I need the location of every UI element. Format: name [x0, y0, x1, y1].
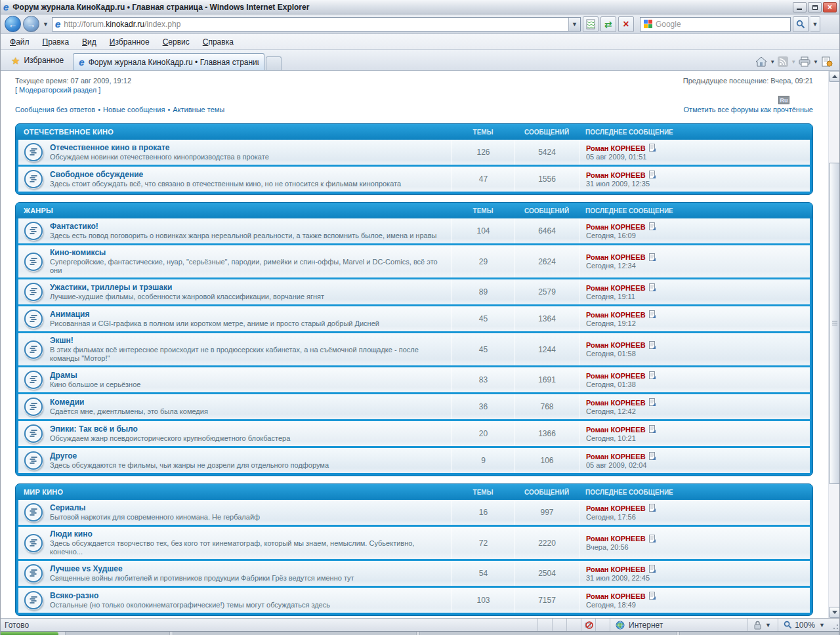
goto-last-post-icon[interactable]: [649, 504, 656, 512]
forum-title-link[interactable]: Фантастико!: [50, 222, 98, 232]
vertical-scrollbar[interactable]: [828, 71, 839, 618]
taskbar-item[interactable]: [173, 632, 417, 635]
forum-row[interactable]: Лучшее vs Худшее Священные войны любител…: [18, 561, 810, 588]
forum-row[interactable]: Свободное обсуждение Здесь стоит обсужда…: [18, 167, 810, 192]
url-text[interactable]: http://forum.kinokadr.ru/index.php: [64, 20, 568, 29]
last-post-author-link[interactable]: Роман КОРНЕЕВ: [586, 371, 646, 380]
forum-row[interactable]: Экшн! В этих фильмах всё интересное прои…: [18, 333, 810, 367]
goto-last-post-icon[interactable]: [649, 222, 656, 231]
zoom-cell[interactable]: 100% ▼: [778, 619, 831, 631]
forum-title-link[interactable]: Комедии: [50, 398, 84, 407]
scroll-up-button[interactable]: [829, 71, 839, 82]
scrollbar-thumb[interactable]: [829, 163, 839, 484]
goto-last-post-icon[interactable]: [649, 171, 656, 179]
address-bar[interactable]: e http://forum.kinokadr.ru/index.php ▼: [52, 17, 581, 31]
search-options-dropdown-icon[interactable]: ▼: [810, 16, 820, 32]
home-dropdown-icon[interactable]: ▼: [768, 59, 776, 65]
protected-mode-cell[interactable]: ▼: [747, 619, 778, 631]
taskbar-item[interactable]: [65, 632, 170, 635]
forum-title-link[interactable]: Эпики: Так всё и было: [50, 424, 138, 434]
search-input[interactable]: [656, 20, 787, 29]
forum-row[interactable]: Кино-комиксы Супергеройские, фантастичес…: [18, 245, 810, 279]
forum-row[interactable]: Отечественное кино в прокате Обсуждаем н…: [18, 140, 810, 167]
history-dropdown-icon[interactable]: ▼: [41, 21, 50, 28]
forum-row[interactable]: Комедии Сдаётся мне, джентльмены, это бы…: [18, 394, 810, 421]
menu-file[interactable]: Файл: [3, 35, 36, 49]
forum-title-link[interactable]: Драмы: [50, 371, 77, 380]
forum-title-link[interactable]: Ужастики, триллеры и трэшаки: [50, 283, 172, 293]
goto-last-post-icon[interactable]: [649, 535, 656, 543]
last-post-author-link[interactable]: Роман КОРНЕЕВ: [586, 144, 646, 153]
popup-blocker-cell[interactable]: [581, 619, 595, 631]
mark-forums-read-link[interactable]: Отметить все форумы как прочтённые: [684, 105, 813, 114]
page-tools-icon[interactable]: [821, 56, 833, 67]
forum-row[interactable]: Эпики: Так всё и было Обсуждаем жанр псе…: [18, 421, 810, 448]
goto-last-post-icon[interactable]: [649, 425, 656, 434]
last-post-author-link[interactable]: Роман КОРНЕЕВ: [586, 452, 646, 461]
forum-title-link[interactable]: Кино-комиксы: [50, 248, 106, 258]
forum-title-link[interactable]: Лучшее vs Худшее: [50, 564, 123, 574]
address-dropdown-icon[interactable]: ▼: [568, 18, 580, 31]
menu-tools[interactable]: Сервис: [156, 35, 196, 49]
start-button[interactable]: [1, 632, 58, 635]
restore-button[interactable]: [808, 2, 822, 12]
new-posts-link[interactable]: Новые сообщения: [103, 106, 165, 113]
forum-title-link[interactable]: Анимация: [50, 310, 89, 319]
section-title[interactable]: ЖАНРЫ: [18, 207, 452, 215]
goto-last-post-icon[interactable]: [649, 253, 656, 262]
unanswered-posts-link[interactable]: Сообщения без ответов: [15, 106, 95, 113]
forum-title-link[interactable]: Отечественное кино в прокате: [50, 143, 170, 153]
taskbar-item[interactable]: [679, 632, 839, 635]
forum-row[interactable]: Всяко-разно Остальные (но только околоки…: [18, 588, 810, 613]
goto-last-post-icon[interactable]: [649, 283, 656, 292]
last-post-author-link[interactable]: Роман КОРНЕЕВ: [586, 504, 646, 513]
scroll-down-button[interactable]: [829, 607, 839, 618]
menu-edit[interactable]: Правка: [36, 35, 76, 49]
compatibility-view-button[interactable]: [583, 16, 598, 32]
forum-title-link[interactable]: Люди кино: [50, 529, 93, 539]
forum-row[interactable]: Сериалы Бытовой наркотик для современног…: [18, 500, 810, 527]
print-icon[interactable]: [799, 56, 810, 67]
active-topics-link[interactable]: Активные темы: [173, 106, 224, 113]
last-post-author-link[interactable]: Роман КОРНЕЕВ: [586, 534, 646, 543]
search-button[interactable]: [793, 16, 808, 32]
tab-active[interactable]: e Форум журнала КиноКадр.ru • Главная ст…: [73, 53, 264, 70]
forum-row[interactable]: Драмы Кино большое и серьёзное 83 1691 Р…: [18, 367, 810, 394]
forum-title-link[interactable]: Другое: [50, 451, 77, 461]
resize-grip-icon[interactable]: [831, 619, 839, 631]
refresh-button[interactable]: ⇄: [600, 16, 616, 32]
stop-button[interactable]: ×: [618, 16, 634, 32]
last-post-author-link[interactable]: Роман КОРНЕЕВ: [586, 222, 646, 232]
last-post-author-link[interactable]: Роман КОРНЕЕВ: [586, 283, 646, 293]
last-post-author-link[interactable]: Роман КОРНЕЕВ: [586, 425, 646, 434]
goto-last-post-icon[interactable]: [649, 398, 656, 407]
goto-last-post-icon[interactable]: [649, 144, 656, 152]
goto-last-post-icon[interactable]: [649, 452, 656, 461]
taskbar-item[interactable]: [419, 632, 677, 635]
forum-row[interactable]: Другое Здесь обсуждаются те фильмы, чьи …: [18, 448, 810, 473]
close-button[interactable]: ×: [823, 2, 837, 12]
goto-last-post-icon[interactable]: [649, 371, 656, 380]
menu-help[interactable]: Справка: [196, 35, 240, 49]
forum-title-link[interactable]: Экшн!: [50, 336, 74, 346]
forum-row[interactable]: Ужастики, триллеры и трэшаки Лучшие-худш…: [18, 279, 810, 306]
menu-view[interactable]: Вид: [75, 35, 103, 49]
minimize-button[interactable]: [793, 2, 807, 12]
goto-last-post-icon[interactable]: [649, 565, 656, 573]
search-box[interactable]: [640, 17, 791, 31]
zoom-dropdown-icon[interactable]: ▼: [818, 622, 826, 628]
forum-title-link[interactable]: Всяко-разно: [50, 591, 98, 601]
new-tab-button[interactable]: [266, 56, 282, 70]
last-post-author-link[interactable]: Роман КОРНЕЕВ: [586, 310, 646, 319]
forum-row[interactable]: Анимация Рисованная и CGI-графика в полн…: [18, 306, 810, 333]
goto-last-post-icon[interactable]: [649, 592, 656, 600]
print-dropdown-icon[interactable]: ▼: [812, 59, 820, 65]
forum-title-link[interactable]: Свободное обсуждение: [50, 170, 143, 180]
back-button[interactable]: ←: [5, 16, 21, 32]
home-icon[interactable]: [755, 56, 767, 67]
rss-feeds-icon[interactable]: [778, 56, 788, 67]
forward-button[interactable]: →: [23, 16, 39, 32]
forum-row[interactable]: Люди кино Здесь обсуждается творчество т…: [18, 527, 810, 561]
moderator-section-link[interactable]: [ Модераторский раздел ]: [15, 86, 100, 94]
last-post-author-link[interactable]: Роман КОРНЕЕВ: [586, 340, 646, 350]
